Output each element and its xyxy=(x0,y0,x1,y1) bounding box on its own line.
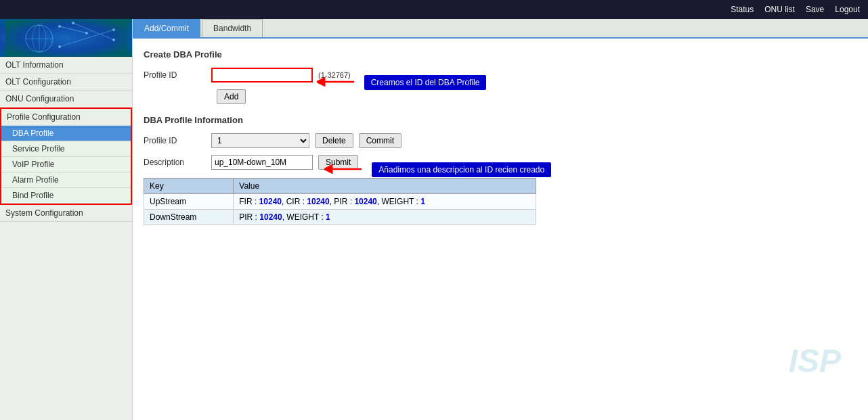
svg-point-13 xyxy=(112,28,115,31)
tab-add-commit[interactable]: Add/Commit xyxy=(133,19,200,37)
sidebar-item-dba-profile[interactable]: DBA Profile xyxy=(1,126,131,141)
status-link[interactable]: Status xyxy=(731,5,754,14)
add-button[interactable]: Add xyxy=(217,89,246,104)
table-row: DownStreamPIR : 10240, WEIGHT : 1 xyxy=(144,210,536,225)
table-cell-key: UpStream xyxy=(144,194,234,210)
create-profile-id-label: Profile ID xyxy=(144,70,211,80)
col-key-header: Key xyxy=(144,179,234,194)
table-cell-key: DownStream xyxy=(144,210,234,225)
content-area: ISP Create DBA Profile Profile ID (1-327… xyxy=(133,39,868,420)
svg-point-8 xyxy=(58,25,61,28)
info-profile-id-row: Profile ID 1 Delete Commit xyxy=(144,133,857,148)
save-link[interactable]: Save xyxy=(806,5,824,14)
main-content: Add/Commit Bandwidth ISP Create DBA Prof… xyxy=(133,19,868,420)
sidebar-item-olt-config[interactable]: OLT Configuration xyxy=(0,74,132,91)
tab-bandwidth[interactable]: Bandwidth xyxy=(202,19,263,37)
svg-point-12 xyxy=(58,45,61,48)
sidebar-banner-graphic xyxy=(5,20,127,57)
create-profile-id-input[interactable] xyxy=(211,68,313,83)
info-profile-id-label: Profile ID xyxy=(144,136,211,145)
profile-id-select[interactable]: 1 xyxy=(211,133,309,148)
highlight-value: 1 xyxy=(420,197,425,206)
logout-link[interactable]: Logout xyxy=(835,5,860,14)
svg-point-11 xyxy=(72,22,74,24)
sidebar-item-voip-profile[interactable]: VoIP Profile xyxy=(1,157,131,172)
description-label: Description xyxy=(144,158,211,167)
sidebar-banner xyxy=(0,19,132,57)
table-cell-value: FIR : 10240, CIR : 10240, PIR : 10240, W… xyxy=(234,194,536,210)
sidebar-item-olt-info[interactable]: OLT Information xyxy=(0,57,132,74)
table-cell-value: PIR : 10240, WEIGHT : 1 xyxy=(234,210,536,225)
arrow1-icon xyxy=(317,72,357,92)
sidebar-profile-config-group: Profile Configuration DBA Profile Servic… xyxy=(0,108,132,205)
top-navigation: Status ONU list Save Logout xyxy=(0,0,868,19)
create-section-title: Create DBA Profile xyxy=(144,49,857,60)
highlight-value: 10240 xyxy=(354,197,376,206)
annotation1: Creamos el ID del DBA Profile xyxy=(364,75,487,90)
description-row: Description Submit Añadimos una descripc… xyxy=(144,155,857,170)
delete-button[interactable]: Delete xyxy=(315,133,353,148)
arrow2-icon xyxy=(324,159,365,179)
highlight-value: 10240 xyxy=(307,197,329,206)
tab-bar: Add/Commit Bandwidth xyxy=(133,19,868,39)
add-button-row: Add xyxy=(144,89,857,104)
sidebar: OLT Information OLT Configuration ONU Co… xyxy=(0,19,133,420)
main-layout: OLT Information OLT Configuration ONU Co… xyxy=(0,19,868,420)
sidebar-profile-config-header[interactable]: Profile Configuration xyxy=(1,109,131,126)
sidebar-item-service-profile[interactable]: Service Profile xyxy=(1,141,131,157)
col-value-header: Value xyxy=(234,179,536,194)
sidebar-item-onu-config[interactable]: ONU Configuration xyxy=(0,91,132,108)
svg-point-9 xyxy=(85,32,88,34)
info-section-title: DBA Profile Information xyxy=(144,115,857,125)
table-row: UpStreamFIR : 10240, CIR : 10240, PIR : … xyxy=(144,194,536,210)
commit-button[interactable]: Commit xyxy=(359,133,402,148)
highlight-value: 1 xyxy=(326,212,330,222)
description-input[interactable] xyxy=(211,155,313,170)
onu-list-link[interactable]: ONU list xyxy=(764,5,795,14)
sidebar-item-alarm-profile[interactable]: Alarm Profile xyxy=(1,172,131,188)
sidebar-profile-subitems: DBA Profile Service Profile VoIP Profile… xyxy=(1,126,131,204)
svg-point-10 xyxy=(112,39,115,41)
sidebar-item-bind-profile[interactable]: Bind Profile xyxy=(1,188,131,204)
sidebar-banner-inner xyxy=(0,19,132,57)
sidebar-navigation: OLT Information OLT Configuration ONU Co… xyxy=(0,57,132,222)
dba-info-table: Key Value UpStreamFIR : 10240, CIR : 102… xyxy=(144,178,536,225)
annotation2: Añadimos una descripcion al ID recien cr… xyxy=(372,162,551,177)
create-profile-id-row: Profile ID (1-32767) Creamos el ID xyxy=(144,68,857,83)
highlight-value: 10240 xyxy=(259,212,282,222)
watermark: ISP xyxy=(789,342,841,379)
sidebar-item-system-config[interactable]: System Configuration xyxy=(0,205,132,222)
highlight-value: 10240 xyxy=(259,197,282,206)
